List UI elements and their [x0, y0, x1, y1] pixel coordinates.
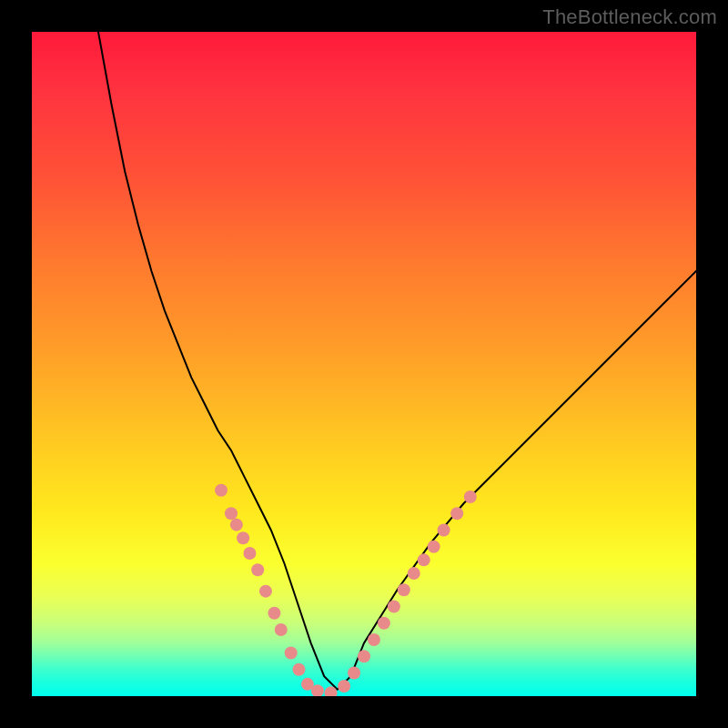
marker-dot [348, 666, 360, 679]
watermark-text: TheBottleneck.com [542, 5, 717, 29]
marker-dot [464, 490, 477, 503]
marker-dot [378, 617, 390, 630]
marker-dot [388, 600, 400, 612]
marker-dot [225, 507, 238, 520]
curve-line [98, 32, 696, 690]
marker-dot [418, 553, 430, 566]
chart-frame: TheBottleneck.com [0, 0, 728, 728]
marker-dot [268, 607, 280, 620]
marker-dot [358, 650, 370, 662]
marker-dot [275, 623, 288, 636]
marker-dot [428, 541, 440, 553]
marker-dot [259, 585, 272, 598]
marker-dot [292, 663, 305, 676]
marker-dot [438, 524, 450, 537]
marker-dot [230, 519, 243, 531]
marker-dot [285, 647, 298, 660]
marker-dot [368, 633, 380, 646]
plot-area [32, 32, 696, 696]
curve-layer [32, 32, 696, 696]
marker-dot [338, 680, 350, 693]
marker-dot [215, 484, 228, 497]
marker-dot [251, 563, 264, 576]
marker-dot [237, 531, 249, 544]
marker-dot [243, 547, 256, 560]
marker-group [215, 484, 477, 696]
marker-dot [450, 507, 463, 520]
marker-dot [408, 567, 420, 580]
marker-dot [398, 583, 410, 596]
